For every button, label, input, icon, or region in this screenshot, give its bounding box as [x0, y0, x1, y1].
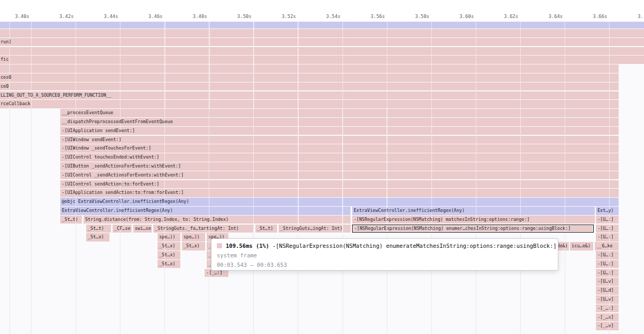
- stack-frame[interactable]: @objc ExtraViewController.inefficientReg…: [60, 198, 619, 206]
- stack-frame[interactable]: icu…e&): [570, 242, 593, 251]
- ruler-tick-label: 3.50s: [237, 14, 252, 19]
- stack-frame[interactable]: _St…t): [255, 225, 277, 233]
- ruler-tick-label: 3.60s: [459, 14, 474, 19]
- stack-frame[interactable]: ces0: [0, 73, 619, 82]
- stack-frame[interactable]: _St…x): [182, 242, 205, 251]
- stack-frame[interactable]: -[U…:]: [596, 216, 619, 224]
- stack-frame[interactable]: __processEventQueue: [60, 109, 619, 117]
- category-color-swatch: [217, 243, 222, 248]
- stack-frame[interactable]: -[_…:]: [596, 304, 619, 313]
- stack-frame[interactable]: -[_…v]: [596, 322, 619, 330]
- stack-frame[interactable]: swi…se: [133, 225, 152, 233]
- stack-frame[interactable]: spe…)): [182, 233, 205, 242]
- stack-frame[interactable]: ExtraViewController.inefficientRegex(Any…: [352, 207, 595, 215]
- stack-frame[interactable]: _St…x): [158, 251, 180, 259]
- ruler-tick-label: 3.46s: [148, 14, 162, 19]
- stack-frame[interactable]: fic: [0, 55, 644, 64]
- stack-frame[interactable]: spe…)): [158, 233, 180, 242]
- stack-frame[interactable]: -[UIWindow sendEvent:]: [60, 136, 619, 144]
- ruler-tick-label: 3.56s: [371, 14, 385, 19]
- stack-frame[interactable]: -[U…:]: [596, 260, 619, 268]
- stack-frame[interactable]: LLING_OUT_TO_A_SOURCE0_PERFORM_FUNCTION_…: [0, 91, 619, 100]
- tooltip-duration: 109.56ms (1%): [226, 243, 269, 249]
- ruler-tick-label: 3.48s: [193, 14, 207, 19]
- ruler-tick-label: 3.64s: [548, 14, 563, 19]
- stack-frame[interactable]: _StringGuts…ingAt: Int): [279, 225, 351, 233]
- stack-frame[interactable]: -[UIControl _sendActionsForEvents:withEv…: [60, 171, 619, 180]
- stack-frame[interactable]: -[U…v]: [596, 295, 619, 304]
- frame-tooltip: 109.56ms (1%) -[NSRegularExpression(NSMa…: [211, 238, 558, 271]
- ruler-tick-label: 3.62s: [504, 14, 518, 19]
- stack-frame[interactable]: _CF…se: [113, 225, 132, 233]
- stack-frame[interactable]: -[U…:]: [596, 269, 619, 277]
- ruler-tick-label: 3.40s: [15, 14, 29, 19]
- stack-frame[interactable]: String.distance(from: String.Index, to: …: [84, 216, 351, 224]
- stack-frame[interactable]: [0, 64, 619, 73]
- stack-frame[interactable]: -[UIButton _sendActionsForEvents:withEve…: [60, 162, 619, 171]
- stack-frame[interactable]: [0, 22, 644, 29]
- stack-frame[interactable]: -[UIWindow _sendTouchesForEvent:]: [60, 144, 619, 153]
- stack-frame[interactable]: _StringGuts._fo…tartingAt: Int): [153, 225, 254, 233]
- ruler-tick-label-partial: 3.: [638, 14, 643, 19]
- stack-frame[interactable]: ExtraViewController.inefficientRegex(Any…: [60, 207, 351, 215]
- stack-frame[interactable]: __dispatchPreprocessedEventFromEventQueu…: [60, 118, 619, 126]
- stack-chart-canvas[interactable]: run]ficces0ce0LLING_OUT_TO_A_SOURCE0_PER…: [0, 22, 644, 334]
- stack-frame[interactable]: -[_…s]: [596, 313, 619, 322]
- stack-frame[interactable]: _St…x): [86, 233, 109, 242]
- ruler-tick-label: 3.52s: [282, 14, 296, 19]
- stack-frame[interactable]: -[U…:]: [596, 225, 619, 233]
- stack-frame[interactable]: -[U…:]: [596, 251, 619, 259]
- stack-frame[interactable]: _St…t): [60, 216, 82, 224]
- stack-frame[interactable]: -[UIControl touchesEnded:withEvent:]: [60, 153, 619, 162]
- stack-frame[interactable]: -[U…v]: [596, 277, 619, 286]
- stack-frame[interactable]: rceCallback: [0, 100, 619, 108]
- tooltip-function-name: -[NSRegularExpression(NSMatching) enumer…: [272, 243, 556, 249]
- stack-frame[interactable]: run]: [0, 38, 644, 47]
- stack-frame[interactable]: ce0: [0, 82, 619, 91]
- stack-frame[interactable]: -[NSRegularExpression(NSMatching) matche…: [352, 216, 595, 224]
- ruler-tick-label: 3.54s: [326, 14, 341, 19]
- stack-frame[interactable]: Ext…y): [596, 207, 619, 215]
- stack-frame[interactable]: [0, 29, 644, 38]
- timeline-ruler[interactable]: 3.40s3.42s3.44s3.46s3.48s3.50s3.52s3.54s…: [0, 0, 644, 22]
- stack-frame[interactable]: [0, 47, 644, 55]
- tooltip-title-line: 109.56ms (1%) -[NSRegularExpression(NSMa…: [217, 243, 553, 249]
- stack-frame[interactable]: _St…x): [158, 242, 180, 251]
- stack-frame[interactable]: -[U…:]: [596, 233, 619, 242]
- tooltip-category: system frame: [217, 252, 553, 258]
- stack-frame[interactable]: -[UIApplication sendEvent:]: [60, 127, 619, 135]
- ruler-tick-label: 3.42s: [59, 14, 73, 19]
- stack-frame[interactable]: -[UIControl sendAction:to:forEvent:]: [60, 180, 619, 189]
- ruler-tick-label: 3.66s: [593, 14, 607, 19]
- profiler-stack-chart-view: { "colors": { "frame_system": "#eacaca",…: [0, 0, 644, 334]
- tooltip-time-range: 00:03.543 – 00:03.653: [217, 262, 553, 268]
- stack-frame[interactable]: -[UIApplication sendAction:to:from:forEv…: [60, 189, 619, 197]
- stack-frame[interactable]: __6…ke: [595, 242, 619, 251]
- stack-frame[interactable]: _St…x): [158, 260, 180, 268]
- stack-frame-selected[interactable]: -[NSRegularExpression(NSMatching) enumer…: [352, 225, 594, 233]
- stack-frame[interactable]: _St…t): [86, 225, 111, 233]
- ruler-tick-label: 3.44s: [104, 14, 118, 19]
- stack-frame[interactable]: -[U…d]: [596, 286, 619, 295]
- ruler-tick-label: 3.58s: [415, 14, 429, 19]
